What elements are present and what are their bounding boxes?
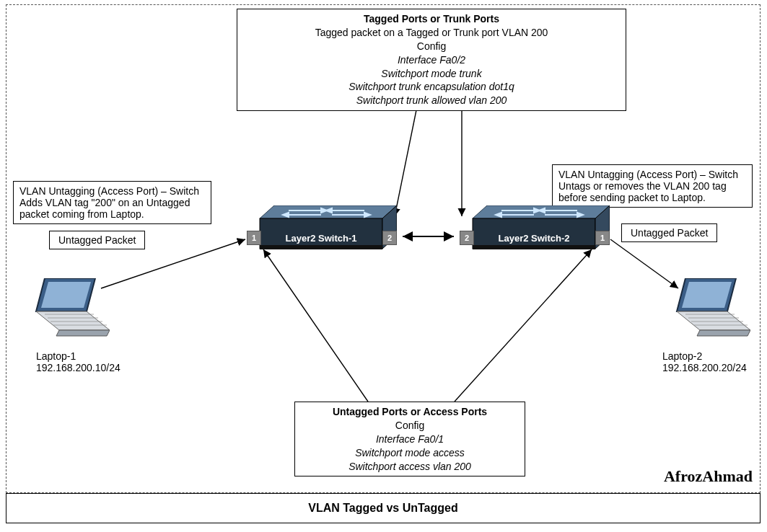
laptop2-caption: Laptop-2 192.168.200.20/24 — [662, 350, 747, 373]
tagged-line5: Switchport trunk encapsulation dot1q — [243, 80, 620, 94]
right-access-description: VLAN Untagging (Access Port) – Switch Un… — [552, 164, 753, 208]
untagged-line4: Switchport access vlan 200 — [301, 460, 519, 474]
untagged-packet-label-left: Untagged Packet — [49, 231, 145, 249]
switch2-port-2: 2 — [460, 231, 474, 245]
untagged-line2: Interface Fa0/1 — [301, 433, 519, 446]
untagged-packet-label-right: Untagged Packet — [621, 223, 717, 242]
diagram-caption-text: VLAN Tagged vs UnTagged — [308, 502, 457, 515]
layer2-switch-1: Layer2 Switch-1 1 2 — [245, 205, 397, 256]
right-access-text: VLAN Untagging (Access Port) – Switch Un… — [558, 169, 738, 203]
svg-marker-40 — [682, 282, 732, 308]
svg-marker-32 — [41, 282, 91, 308]
left-access-description: VLAN Untagging (Access Port) – Switch Ad… — [13, 181, 211, 224]
svg-rect-10 — [260, 245, 382, 249]
left-access-text: VLAN Untagging (Access Port) – Switch Ad… — [19, 185, 199, 220]
svg-rect-8 — [260, 218, 382, 249]
untagged-line3: Switchport mode access — [301, 446, 519, 460]
svg-marker-42 — [697, 330, 750, 336]
laptop-2 — [664, 278, 750, 343]
laptop2-name: Laptop-2 — [662, 350, 747, 362]
tagged-ports-config-box: Tagged Ports or Trunk Ports Tagged packe… — [237, 9, 626, 111]
svg-marker-34 — [56, 330, 110, 336]
laptop2-ip: 192.168.200.20/24 — [662, 362, 747, 373]
diagram-caption: VLAN Tagged vs UnTagged — [6, 493, 761, 523]
tagged-line6: Switchport trunk allowed vlan 200 — [243, 94, 620, 107]
laptop1-caption: Laptop-1 192.168.200.10/24 — [36, 350, 120, 373]
laptop-1 — [23, 278, 110, 343]
switch2-port-1: 1 — [595, 231, 610, 245]
laptop1-ip: 192.168.200.10/24 — [36, 362, 120, 373]
untagged-title: Untagged Ports or Access Ports — [301, 405, 519, 419]
tagged-line4: Switchport mode trunk — [243, 67, 620, 81]
layer2-switch-2: Layer2 Switch-2 2 1 — [458, 205, 610, 256]
author-signature: AfrozAhmad — [664, 467, 753, 486]
svg-rect-20 — [473, 218, 595, 249]
switch1-port-1: 1 — [247, 231, 261, 245]
untagged-line1: Config — [301, 419, 519, 433]
diagram-root: Tagged Ports or Trunk Ports Tagged packe… — [0, 0, 767, 532]
tagged-line3: Interface Fa0/2 — [243, 53, 620, 67]
untagged-ports-config-box: Untagged Ports or Access Ports Config In… — [294, 402, 525, 476]
tagged-title: Tagged Ports or Trunk Ports — [243, 12, 620, 26]
tagged-line2: Config — [243, 40, 620, 53]
svg-rect-22 — [473, 245, 595, 249]
tagged-line1: Tagged packet on a Tagged or Trunk port … — [243, 26, 620, 40]
switch1-port-2: 2 — [382, 231, 397, 245]
laptop1-name: Laptop-1 — [36, 350, 120, 362]
